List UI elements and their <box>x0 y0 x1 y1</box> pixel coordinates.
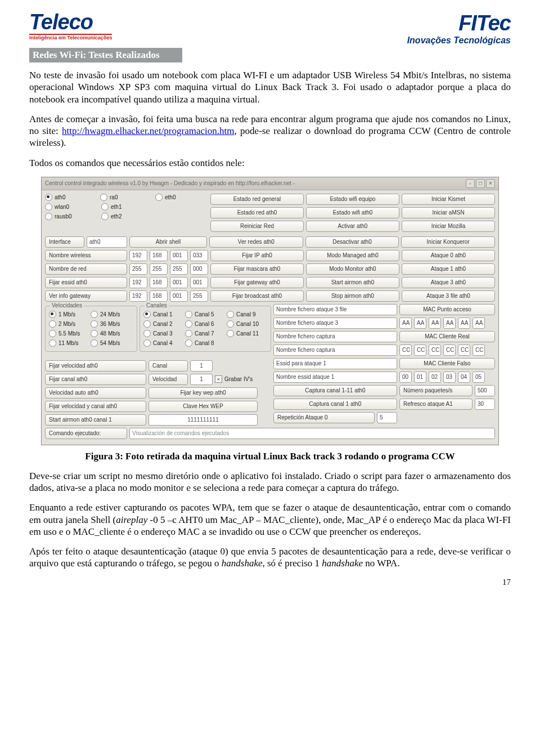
mac-ap-6[interactable]: AA <box>472 317 485 329</box>
fichero-ataque3-input[interactable]: Nombre fichero ataque 3 <box>273 317 397 329</box>
mac-cr-2[interactable]: CC <box>414 345 426 356</box>
gw-o2[interactable]: 168 <box>150 277 168 288</box>
mac-cr-6[interactable]: CC <box>472 345 485 356</box>
mac-cf-5[interactable]: 04 <box>458 372 470 383</box>
mac-cr-4[interactable]: CC <box>443 345 456 356</box>
velocidad-input[interactable]: 1 <box>190 374 213 385</box>
ataque0-button[interactable]: Ataque 0 ath0 <box>402 250 495 261</box>
iniciar-konqueror-button[interactable]: Iniciar Konqueror <box>401 236 495 248</box>
repeticion-input[interactable]: 5 <box>377 412 397 423</box>
nombre-red-button[interactable]: Nombre de red <box>45 263 127 275</box>
estado-wifi-equipo-button[interactable]: Estado wifi equipo <box>306 194 399 205</box>
mac-ap-3[interactable]: AA <box>429 317 441 329</box>
mask-o2[interactable]: 255 <box>150 263 168 275</box>
iface-ra0[interactable]: ra0 <box>100 194 153 201</box>
bc-o2[interactable]: 168 <box>150 290 168 302</box>
iface-eth0[interactable]: eth0 <box>155 194 208 201</box>
fijar-essid-button[interactable]: Fijar essid ath0 <box>45 277 127 288</box>
grabar-ivs-checkbox[interactable]: ×Grabar IV's <box>215 374 253 385</box>
velocidad-auto-button[interactable]: Velocidad auto ath0 <box>45 387 146 399</box>
num-paquetes-input[interactable]: 500 <box>475 385 495 396</box>
mac-ap-5[interactable]: AA <box>458 317 470 329</box>
canal-4[interactable]: Canal 4 <box>143 339 183 347</box>
fijar-mascara-button[interactable]: Fijar mascara ath0 <box>210 263 304 275</box>
nombre-wireless-button[interactable]: Nombre wireless <box>45 250 127 261</box>
mac-cf-1[interactable]: 00 <box>399 372 412 383</box>
canal-6[interactable]: Canal 6 <box>185 320 224 328</box>
captura-1-11-button[interactable]: Captura canal 1-11 ath0 <box>273 385 397 396</box>
ip1-o3[interactable]: 001 <box>170 250 188 261</box>
iface-wlan0[interactable]: wlan0 <box>45 203 99 211</box>
gw-o4[interactable]: 001 <box>190 277 208 288</box>
fijar-velocidad-button[interactable]: Fijar velocidad ath0 <box>45 360 146 372</box>
canal-8[interactable]: Canal 8 <box>185 339 224 347</box>
fijar-key-wep-button[interactable]: Fijar key wep ath0 <box>148 387 258 399</box>
canal-1[interactable]: Canal 1 <box>143 311 183 318</box>
canal-5[interactable]: Canal 5 <box>185 311 224 318</box>
bc-o1[interactable]: 192 <box>129 290 147 302</box>
mask-o3[interactable]: 255 <box>170 263 188 275</box>
ataque3-button[interactable]: Ataque 3 ath0 <box>402 277 495 288</box>
estado-wifi-ath0-button[interactable]: Estado wifi ath0 <box>306 207 399 218</box>
vel-24[interactable]: 24 Mb/s <box>91 311 120 318</box>
ip1-o1[interactable]: 192 <box>129 250 147 261</box>
stop-airmon-button[interactable]: Stop airmon ath0 <box>306 290 399 302</box>
elhacker-link[interactable]: http://hwagm.elhacker.net/programacion.h… <box>62 126 234 136</box>
canal-11[interactable]: Canal 11 <box>227 330 259 337</box>
fijar-ip-button[interactable]: Fijar IP ath0 <box>210 250 304 261</box>
bc-o3[interactable]: 001 <box>170 290 188 302</box>
mac-ap-2[interactable]: AA <box>414 317 426 329</box>
clave-hex-input[interactable]: 1111111111 <box>148 414 258 426</box>
mac-cf-6[interactable]: 05 <box>472 372 485 383</box>
canal-2[interactable]: Canal 2 <box>143 320 183 328</box>
canal-7[interactable]: Canal 7 <box>185 330 224 337</box>
refresco-input[interactable]: 30 <box>475 399 495 410</box>
fijar-broadcast-button[interactable]: Fijar broadcast ath0 <box>210 290 304 302</box>
canal-9[interactable]: Canal 9 <box>227 311 255 318</box>
ip1-o4[interactable]: 033 <box>190 250 208 261</box>
captura-1-button[interactable]: Captura canal 1 ath0 <box>273 399 397 410</box>
bc-o4[interactable]: 255 <box>190 290 208 302</box>
modo-monitor-button[interactable]: Modo Monitor ath0 <box>306 263 399 275</box>
fijar-gateway-button[interactable]: Fijar gateway ath0 <box>210 277 304 288</box>
fichero-captura2-input[interactable]: Nombre fichero captura <box>273 345 397 356</box>
vel-5[interactable]: 5.5 Mb/s <box>49 330 88 337</box>
iface-eth2[interactable]: eth2 <box>101 213 155 220</box>
close-icon[interactable]: × <box>486 179 495 188</box>
gw-o1[interactable]: 192 <box>129 277 147 288</box>
iface-ath0[interactable]: ath0 <box>45 194 98 201</box>
gw-o3[interactable]: 001 <box>170 277 188 288</box>
maximize-icon[interactable]: □ <box>476 179 485 188</box>
mask-o4[interactable]: 000 <box>190 263 208 275</box>
mac-ap-1[interactable]: AA <box>399 317 412 329</box>
modo-managed-button[interactable]: Modo Managed ath0 <box>306 250 399 261</box>
iniciar-kismet-button[interactable]: Iniciar Kismet <box>402 194 495 205</box>
mac-cf-2[interactable]: 01 <box>414 372 426 383</box>
fichero-ataque3file-input[interactable]: Nombre fichero ataque 3 file <box>273 304 397 315</box>
ataque1-button[interactable]: Ataque 1 ath0 <box>402 263 495 275</box>
vel-2[interactable]: 2 Mb/s <box>49 320 88 328</box>
fijar-vel-canal-button[interactable]: Fijar velocidad y canal ath0 <box>45 401 146 412</box>
ver-redes-button[interactable]: Ver redes ath0 <box>209 236 303 248</box>
ver-info-gateway-button[interactable]: Ver info gateway <box>45 290 127 302</box>
mac-cr-5[interactable]: CC <box>458 345 470 356</box>
mac-cf-3[interactable]: 02 <box>429 372 441 383</box>
start-airmon-button[interactable]: Start airmon ath0 <box>306 277 399 288</box>
interface-input[interactable]: ath0 <box>87 236 127 248</box>
start-airmon-canal1-button[interactable]: Start airmon ath0 canal 1 <box>45 414 146 426</box>
desactivar-ath0-button[interactable]: Desactivar ath0 <box>305 236 399 248</box>
minimize-icon[interactable]: - <box>466 179 475 188</box>
iniciar-mozilla-button[interactable]: Iniciar Mozilla <box>402 221 495 232</box>
estado-red-general-button[interactable]: Estado red general <box>210 194 304 205</box>
vel-48[interactable]: 48 Mb/s <box>91 330 120 337</box>
mask-o1[interactable]: 255 <box>129 263 147 275</box>
ataque3-file-button[interactable]: Ataque 3 file ath0 <box>402 290 495 302</box>
vel-54[interactable]: 54 Mb/s <box>91 339 120 347</box>
nombre-essid-ataque1-input[interactable]: Nombre essid ataque 1 <box>273 372 397 383</box>
canal-10[interactable]: Canal 10 <box>227 320 259 328</box>
reiniciar-red-button[interactable]: Reiniciar Red <box>210 221 304 232</box>
iniciar-amsn-button[interactable]: Iniciar aMSN <box>402 207 495 218</box>
ip1-o2[interactable]: 168 <box>150 250 168 261</box>
vel-1[interactable]: 1 Mb/s <box>49 311 88 318</box>
iface-eth1[interactable]: eth1 <box>101 203 155 211</box>
